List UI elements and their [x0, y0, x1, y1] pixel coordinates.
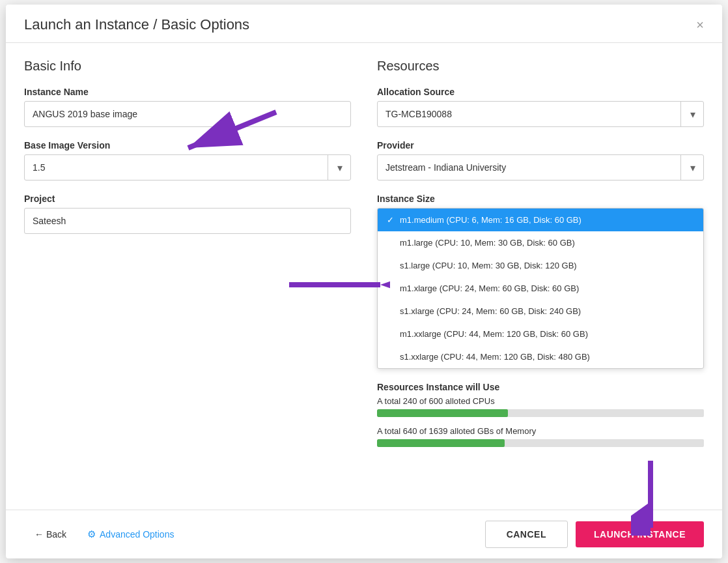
project-label: Project	[24, 194, 351, 204]
provider-group: Provider Jetstream - Indiana University …	[377, 140, 704, 180]
project-input[interactable]	[24, 208, 351, 234]
advanced-options-button[interactable]: ⚙ Advanced Options	[87, 528, 174, 540]
base-image-version-select[interactable]: 1.5	[24, 154, 351, 180]
back-button[interactable]: ← Back	[24, 523, 77, 546]
instance-size-label: Instance Size	[377, 194, 704, 204]
base-image-version-wrapper: 1.5 ▾	[24, 154, 351, 180]
size-option-s1-xxlarge[interactable]: s1.xxlarge (CPU: 44, Mem: 120 GB, Disk: …	[378, 345, 703, 368]
memory-text: A total 640 of 1639 alloted GBs of Memor…	[377, 426, 704, 436]
cancel-button[interactable]: CANCEL	[485, 521, 568, 548]
no-check-icon	[387, 261, 396, 270]
launch-instance-button[interactable]: LAUNCH INSTANCE	[576, 521, 704, 547]
allocation-source-select[interactable]: TG-MCB190088	[377, 101, 704, 127]
size-option-m1-xlarge[interactable]: m1.xlarge (CPU: 24, Mem: 60 GB, Disk: 60…	[378, 277, 703, 300]
no-check-icon	[387, 352, 396, 362]
resources-usage-section: Resources Instance will Use A total 240 …	[377, 382, 704, 447]
footer-right: CANCEL LAUNCH INSTANCE	[485, 521, 704, 548]
gear-icon: ⚙	[87, 528, 96, 540]
close-button[interactable]: ×	[696, 18, 704, 31]
dialog-header: Launch an Instance / Basic Options ×	[6, 5, 722, 43]
allocation-source-label: Allocation Source	[377, 87, 704, 97]
memory-progress-bg	[377, 439, 704, 447]
cpu-progress-fill	[377, 409, 508, 417]
basic-info-panel: Basic Info Instance Name Base Image Vers…	[24, 59, 351, 494]
size-option-m1-medium[interactable]: ✓ m1.medium (CPU: 6, Mem: 16 GB, Disk: 6…	[378, 209, 703, 231]
instance-name-input[interactable]	[24, 101, 351, 127]
resources-title: Resources	[377, 59, 704, 74]
instance-name-label: Instance Name	[24, 87, 351, 97]
base-image-version-label: Base Image Version	[24, 140, 351, 151]
instance-name-group: Instance Name	[24, 87, 351, 127]
size-option-s1-large[interactable]: s1.large (CPU: 10, Mem: 30 GB, Disk: 120…	[378, 254, 703, 277]
cpu-progress-bg	[377, 409, 704, 417]
size-option-m1-xxlarge[interactable]: m1.xxlarge (CPU: 44, Mem: 120 GB, Disk: …	[378, 323, 703, 345]
size-option-s1-xlarge[interactable]: s1.xlarge (CPU: 24, Mem: 60 GB, Disk: 24…	[378, 300, 703, 323]
project-group: Project	[24, 194, 351, 234]
size-option-m1-large[interactable]: m1.large (CPU: 10, Mem: 30 GB, Disk: 60 …	[378, 231, 703, 254]
resources-usage-title: Resources Instance will Use	[377, 382, 704, 392]
no-check-icon	[387, 306, 396, 316]
launch-instance-dialog: Launch an Instance / Basic Options × Bas…	[6, 5, 722, 558]
dialog-title: Launch an Instance / Basic Options	[24, 16, 249, 33]
instance-size-container: ✓ m1.medium (CPU: 6, Mem: 16 GB, Disk: 6…	[377, 208, 704, 369]
memory-progress-fill	[377, 439, 505, 447]
cpu-text: A total 240 of 600 alloted CPUs	[377, 396, 704, 406]
provider-label: Provider	[377, 140, 704, 151]
provider-select[interactable]: Jetstream - Indiana University	[377, 154, 704, 180]
base-image-version-group: Base Image Version 1.5 ▾	[24, 140, 351, 180]
no-check-icon	[387, 329, 396, 339]
advanced-options-label: Advanced Options	[100, 529, 174, 540]
no-check-icon	[387, 283, 396, 293]
dialog-footer: ← Back ⚙ Advanced Options CANCEL LAUNCH …	[6, 510, 722, 558]
footer-left: ← Back ⚙ Advanced Options	[24, 523, 174, 546]
dialog-body: Basic Info Instance Name Base Image Vers…	[6, 43, 722, 510]
provider-wrapper: Jetstream - Indiana University ▾	[377, 154, 704, 180]
instance-size-dropdown: ✓ m1.medium (CPU: 6, Mem: 16 GB, Disk: 6…	[377, 208, 704, 369]
allocation-source-wrapper: TG-MCB190088 ▾	[377, 101, 704, 127]
basic-info-title: Basic Info	[24, 59, 351, 74]
resources-panel: Resources Allocation Source TG-MCB190088…	[377, 59, 704, 494]
instance-size-group: Instance Size ✓ m1.medium (CPU: 6, Mem: …	[377, 194, 704, 369]
no-check-icon	[387, 238, 396, 248]
allocation-source-group: Allocation Source TG-MCB190088 ▾	[377, 87, 704, 127]
check-icon: ✓	[387, 215, 396, 225]
